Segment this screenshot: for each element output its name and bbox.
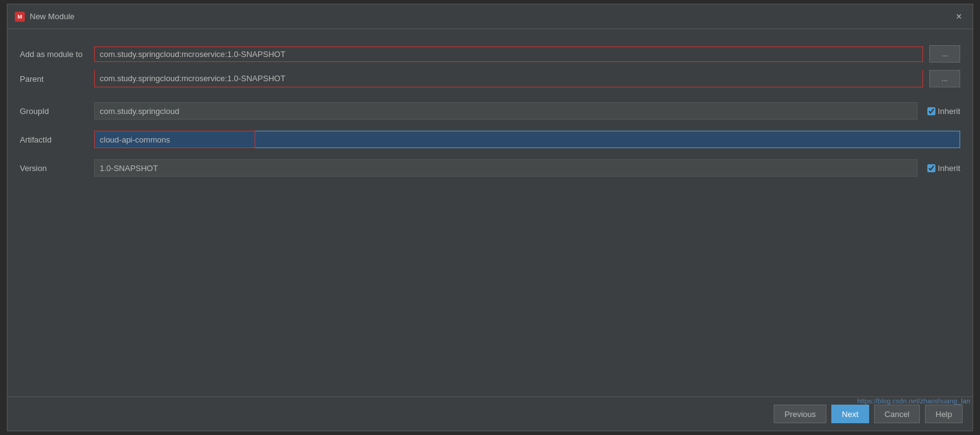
parent-field: com.study.springcloud:mcroservice:1.0-SN… bbox=[94, 70, 960, 87]
group-id-label: GroupId bbox=[20, 107, 94, 116]
version-row: Version Inherit bbox=[20, 156, 960, 180]
group-id-inherit-label: Inherit bbox=[938, 107, 960, 116]
artifact-id-field bbox=[94, 131, 960, 148]
close-button[interactable]: × bbox=[953, 11, 965, 23]
artifact-id-extension bbox=[255, 131, 960, 148]
version-field: Inherit bbox=[94, 159, 960, 177]
version-input[interactable] bbox=[94, 159, 917, 177]
app-icon: M bbox=[15, 12, 25, 22]
dialog-title: New Module bbox=[30, 12, 74, 21]
add-as-module-label: Add as module to bbox=[20, 50, 94, 59]
svg-text:M: M bbox=[17, 14, 22, 20]
next-button[interactable]: Next bbox=[831, 405, 869, 423]
previous-button[interactable]: Previous bbox=[774, 405, 826, 423]
group-id-inherit-checkbox[interactable] bbox=[927, 107, 935, 115]
add-as-module-field: com.study.springcloud:mcroservice:1.0-SN… bbox=[94, 45, 960, 63]
artifact-id-label: ArtifactId bbox=[20, 135, 94, 144]
add-module-browse-button[interactable]: ... bbox=[929, 45, 960, 63]
artifact-id-row: ArtifactId bbox=[20, 127, 960, 152]
group-id-row: GroupId Inherit bbox=[20, 99, 960, 123]
parent-browse-button[interactable]: ... bbox=[929, 70, 960, 87]
group-id-inherit-check: Inherit bbox=[927, 107, 960, 116]
parent-label: Parent bbox=[20, 74, 94, 84]
cancel-button[interactable]: Cancel bbox=[874, 405, 920, 423]
button-row: Previous Next Cancel Help bbox=[7, 397, 973, 431]
version-inherit-checkbox[interactable] bbox=[927, 164, 935, 172]
title-bar: M New Module × bbox=[7, 4, 973, 29]
group-id-input[interactable] bbox=[94, 102, 917, 120]
version-inherit-label: Inherit bbox=[938, 164, 960, 173]
version-label: Version bbox=[20, 164, 94, 173]
help-button[interactable]: Help bbox=[925, 405, 963, 423]
add-as-module-row: Add as module to com.study.springcloud:m… bbox=[20, 42, 960, 66]
new-module-dialog: M New Module × Add as module to com.stud… bbox=[7, 4, 973, 431]
title-bar-left: M New Module bbox=[15, 12, 74, 22]
module-selector-box: com.study.springcloud:mcroservice:1.0-SN… bbox=[94, 46, 923, 62]
artifact-id-input[interactable] bbox=[94, 131, 255, 148]
group-id-field: Inherit bbox=[94, 102, 960, 120]
dialog-content: Add as module to com.study.springcloud:m… bbox=[7, 29, 973, 397]
version-inherit-check: Inherit bbox=[927, 164, 960, 173]
parent-value-display: com.study.springcloud:mcroservice:1.0-SN… bbox=[94, 70, 923, 87]
parent-row: Parent com.study.springcloud:mcroservice… bbox=[20, 66, 960, 91]
